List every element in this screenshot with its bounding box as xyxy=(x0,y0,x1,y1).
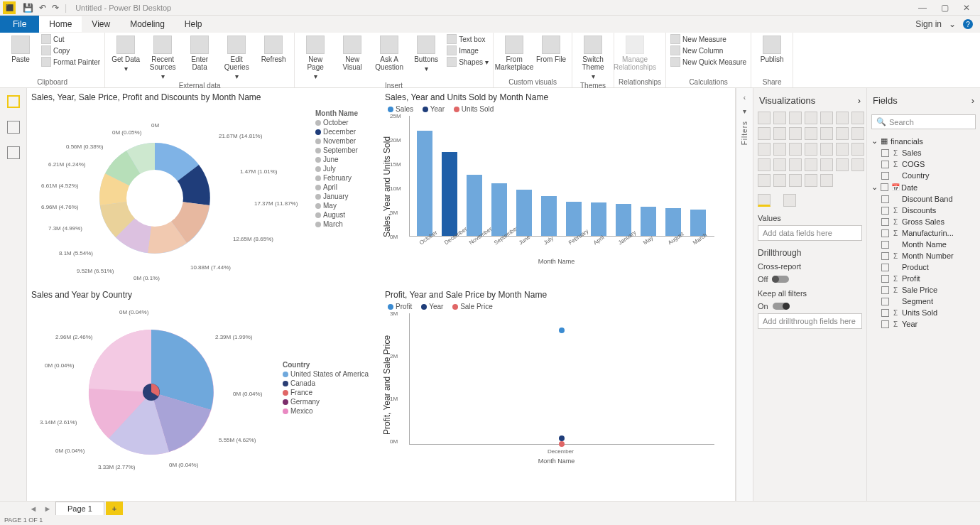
donut-legend-item[interactable]: June xyxy=(315,156,376,163)
collapse-icon[interactable]: ⌄ xyxy=(871,136,878,146)
viz-type-icon[interactable] xyxy=(773,112,786,124)
report-canvas[interactable]: Sales, Year, Sale Price, Profit and Disc… xyxy=(27,88,736,501)
undo-icon[interactable]: ↶ xyxy=(39,3,46,13)
close-icon[interactable]: ✕ xyxy=(963,3,970,13)
format-tab-icon[interactable] xyxy=(783,194,796,207)
field-row[interactable]: Discount Band xyxy=(871,193,976,205)
chevron-right-icon[interactable]: › xyxy=(858,95,861,106)
viz-type-icon[interactable] xyxy=(789,127,802,140)
marketplace-button[interactable]: From Marketplace xyxy=(498,34,530,71)
viz-type-icon[interactable] xyxy=(805,127,817,140)
donut-legend-item[interactable]: May xyxy=(315,202,376,210)
field-row[interactable]: Segment xyxy=(871,296,976,307)
donut-legend-item[interactable]: November xyxy=(315,137,376,145)
switch-theme-button[interactable]: Switch Theme▾ xyxy=(577,34,609,80)
edit-queries-button[interactable]: Edit Queries▾ xyxy=(220,34,253,80)
pie-legend-item[interactable]: Mexico xyxy=(283,407,369,415)
viz-type-icon[interactable] xyxy=(836,158,849,171)
viz-type-icon[interactable] xyxy=(836,127,849,140)
prev-page-icon[interactable]: ◄ xyxy=(27,504,40,513)
viz-type-icon[interactable] xyxy=(820,174,833,187)
keep-filters-toggle[interactable] xyxy=(773,303,790,310)
new-visual-button[interactable]: New Visual xyxy=(336,34,369,71)
model-view-icon[interactable] xyxy=(7,146,20,159)
field-row[interactable]: Product xyxy=(871,261,976,273)
from-file-button[interactable]: From File xyxy=(535,34,567,63)
viz-type-icon[interactable] xyxy=(820,143,833,156)
donut-legend-item[interactable]: August xyxy=(315,211,376,219)
viz-type-icon[interactable] xyxy=(789,143,802,156)
chevron-down-icon[interactable]: ⌄ xyxy=(949,19,956,29)
signin-link[interactable]: Sign in xyxy=(915,19,942,29)
drillthrough-well[interactable]: Add drillthrough fields here xyxy=(758,313,862,329)
scatter-visual[interactable]: Profit, Year and Sale Price by Month Nam… xyxy=(381,286,732,481)
donut-visual[interactable]: Sales, Year, Sale Price, Profit and Disc… xyxy=(27,88,379,283)
tab-home[interactable]: Home xyxy=(39,16,82,32)
cross-report-toggle[interactable] xyxy=(772,276,789,283)
format-painter-button[interactable]: Format Painter xyxy=(41,57,100,67)
donut-legend-item[interactable]: March xyxy=(315,220,376,228)
values-well[interactable]: Add data fields here xyxy=(758,225,862,241)
donut-legend-item[interactable]: September xyxy=(315,146,376,154)
get-data-button[interactable]: Get Data▾ xyxy=(109,34,142,72)
fields-tab-icon[interactable] xyxy=(758,194,771,207)
enter-data-button[interactable]: Enter Data xyxy=(183,34,216,71)
table-name[interactable]: financials xyxy=(891,137,923,146)
donut-legend-item[interactable]: February xyxy=(315,174,376,182)
pie-visual[interactable]: Sales and Year by Country 0M (0.04%) 2.3… xyxy=(27,286,379,481)
viz-type-icon[interactable] xyxy=(789,112,802,124)
add-page-button[interactable]: + xyxy=(106,502,123,516)
shapes-button[interactable]: Shapes▾ xyxy=(447,57,489,67)
field-row[interactable]: ΣCOGS xyxy=(871,158,976,170)
field-row[interactable]: Country xyxy=(871,170,976,181)
viz-type-icon[interactable] xyxy=(773,127,786,140)
chevron-right-icon[interactable]: › xyxy=(971,95,974,106)
viz-type-icon[interactable] xyxy=(851,158,864,171)
pie-legend-item[interactable]: United States of America xyxy=(283,370,369,378)
data-view-icon[interactable] xyxy=(7,121,20,134)
copy-button[interactable]: Copy xyxy=(41,45,100,55)
maximize-icon[interactable]: ▢ xyxy=(941,3,949,13)
field-row[interactable]: ΣUnits Sold xyxy=(871,307,976,318)
recent-sources-button[interactable]: Recent Sources▾ xyxy=(146,34,179,80)
publish-button[interactable]: Publish xyxy=(756,34,788,63)
viz-type-icon[interactable] xyxy=(758,143,771,156)
viz-type-icon[interactable] xyxy=(851,112,864,124)
refresh-button[interactable]: Refresh xyxy=(257,34,290,63)
viz-type-icon[interactable] xyxy=(789,174,802,187)
file-tab[interactable]: File xyxy=(0,16,39,33)
viz-type-icon[interactable] xyxy=(820,127,833,140)
viz-type-icon[interactable] xyxy=(805,174,817,187)
minimize-icon[interactable]: — xyxy=(918,3,927,13)
field-row[interactable]: ΣProfit xyxy=(871,273,976,284)
field-row[interactable]: ΣManufacturin... xyxy=(871,227,976,239)
manage-relationships-button[interactable]: Manage Relationships xyxy=(619,34,651,71)
field-row[interactable]: ⌄📅Date xyxy=(871,181,976,193)
save-icon[interactable]: 💾 xyxy=(23,3,33,13)
new-measure-button[interactable]: New Measure xyxy=(670,34,746,44)
donut-legend-item[interactable]: April xyxy=(315,183,376,191)
help-icon[interactable]: ? xyxy=(963,19,973,29)
donut-legend-item[interactable]: January xyxy=(315,193,376,200)
viz-type-icon[interactable] xyxy=(836,143,849,156)
pie-legend-item[interactable]: Germany xyxy=(283,398,369,406)
viz-type-icon[interactable] xyxy=(805,112,817,124)
viz-type-icon[interactable] xyxy=(851,127,864,140)
viz-type-icon[interactable] xyxy=(820,112,833,124)
field-row[interactable]: Month Name xyxy=(871,239,976,250)
viz-type-icon[interactable] xyxy=(758,174,771,187)
expand-filters-icon[interactable]: ‹ xyxy=(744,94,746,102)
viz-type-icon[interactable] xyxy=(789,158,802,171)
report-view-icon[interactable] xyxy=(7,95,20,108)
new-page-button[interactable]: New Page▾ xyxy=(299,34,332,80)
viz-type-icon[interactable] xyxy=(851,143,864,156)
field-row[interactable]: ΣMonth Number xyxy=(871,250,976,261)
bar-visual[interactable]: Sales, Year and Units Sold by Month Name… xyxy=(381,88,732,283)
field-row[interactable]: ΣSales xyxy=(871,147,976,158)
donut-legend-item[interactable]: July xyxy=(315,165,376,173)
next-page-icon[interactable]: ► xyxy=(41,504,54,513)
viz-type-icon[interactable] xyxy=(805,143,817,156)
viz-type-icon[interactable] xyxy=(836,112,849,124)
new-column-button[interactable]: New Column xyxy=(670,45,746,55)
ask-question-button[interactable]: Ask A Question xyxy=(373,34,405,71)
